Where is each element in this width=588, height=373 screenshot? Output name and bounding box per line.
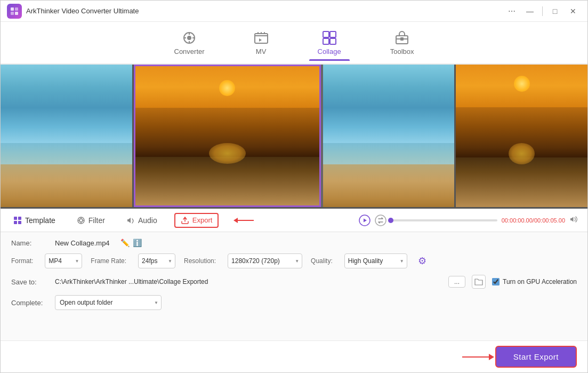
name-field-label: Name:: [11, 239, 49, 247]
complete-select[interactable]: Open output folder Do nothing Shut down …: [55, 295, 162, 310]
saveto-path: C:\ArkThinker\ArkThinker ...Ultimate\Col…: [55, 278, 442, 285]
open-folder-button[interactable]: [472, 275, 486, 289]
nav-label-collage: Collage: [318, 47, 341, 55]
browse-button[interactable]: ...: [448, 276, 465, 288]
resolution-select[interactable]: 1280x720 (720p) 1920x1080 (1080p) 3840x2…: [228, 253, 302, 268]
resolution-label: Resolution:: [184, 257, 216, 265]
nav-bar: Converter MV Collage: [1, 22, 587, 65]
loop-button[interactable]: [375, 215, 386, 226]
svg-rect-12: [330, 31, 336, 37]
gpu-acceleration-label: Turn on GPU Acceleration: [492, 278, 577, 285]
svg-rect-0: [11, 7, 14, 11]
saveto-row: Save to: C:\ArkThinker\ArkThinker ...Ult…: [11, 275, 577, 289]
nav-item-converter[interactable]: Converter: [166, 26, 213, 60]
svg-point-23: [79, 219, 83, 222]
close-button[interactable]: ✕: [565, 5, 581, 18]
nav-item-mv[interactable]: MV: [245, 26, 277, 60]
format-row: Format: MP4 AVI MOV MKV Frame Rate: 24fp…: [11, 253, 577, 268]
gpu-label-text: Turn on GPU Acceleration: [503, 278, 577, 285]
name-row: Name: New Collage.mp4 ✏️ ℹ️: [11, 239, 577, 247]
title-controls: ⋯ — □ ✕: [504, 5, 581, 18]
svg-point-5: [187, 36, 191, 40]
svg-point-29: [375, 215, 386, 226]
preview-panel-1[interactable]: ⊞: [1, 65, 134, 207]
svg-rect-10: [255, 34, 268, 43]
framerate-label: Frame Rate:: [91, 257, 126, 265]
nav-item-toolbox[interactable]: Toolbox: [382, 26, 423, 60]
nav-label-toolbox: Toolbox: [390, 47, 414, 55]
name-field-value: New Collage.mp4: [55, 239, 110, 247]
nav-label-converter: Converter: [174, 47, 205, 55]
framerate-select-wrap: 24fps 30fps 60fps: [138, 253, 175, 268]
filter-label: Filter: [88, 216, 105, 225]
volume-icon[interactable]: [569, 215, 579, 226]
app-title: ArkThinker Video Converter Ultimate: [26, 7, 504, 15]
saveto-label: Save to:: [11, 278, 49, 286]
audio-label: Audio: [138, 216, 157, 225]
svg-rect-11: [323, 31, 329, 37]
svg-rect-20: [14, 221, 17, 224]
progress-bar[interactable]: [391, 219, 497, 221]
export-tab[interactable]: Export: [174, 213, 219, 228]
playback-controls: 00:00:00.00/00:00:05.00: [359, 215, 579, 226]
start-export-button[interactable]: Start Export: [495, 346, 577, 368]
svg-rect-17: [400, 37, 404, 41]
svg-rect-19: [18, 217, 21, 220]
quality-select[interactable]: High Quality Standard Quality Low Qualit…: [344, 253, 407, 268]
app-window: ArkThinker Video Converter Ultimate ⋯ — …: [0, 0, 588, 373]
nav-item-collage[interactable]: Collage: [309, 26, 350, 60]
filter-tab[interactable]: Filter: [73, 214, 109, 227]
preview-panel-4[interactable]: [456, 65, 587, 207]
complete-label: Complete:: [11, 299, 49, 307]
start-export-arrow: [462, 354, 494, 360]
svg-rect-3: [15, 12, 18, 15]
title-bar: ArkThinker Video Converter Ultimate ⋯ — …: [1, 1, 587, 22]
complete-row: Complete: Open output folder Do nothing …: [11, 295, 577, 310]
audio-tab[interactable]: Audio: [122, 214, 162, 227]
complete-select-wrap: Open output folder Do nothing Shut down …: [55, 295, 162, 310]
quality-settings-icon[interactable]: ⚙: [418, 255, 426, 267]
play-button[interactable]: [359, 215, 370, 226]
resolution-select-wrap: 1280x720 (720p) 1920x1080 (1080p) 3840x2…: [228, 253, 302, 268]
edit-name-icon[interactable]: ✏️: [120, 239, 130, 247]
export-arrow-indicator: [233, 218, 254, 223]
svg-rect-21: [18, 221, 21, 224]
template-tab[interactable]: Template: [9, 214, 60, 227]
settings-area: Name: New Collage.mp4 ✏️ ℹ️ Format: MP4 …: [1, 232, 587, 340]
format-select-wrap: MP4 AVI MOV MKV: [45, 253, 82, 268]
time-display: 00:00:00.00/00:00:05.00: [502, 217, 565, 224]
svg-rect-14: [330, 38, 336, 44]
preview-panel-2[interactable]: ⊞: [134, 65, 321, 207]
framerate-select[interactable]: 24fps 30fps 60fps: [138, 253, 175, 268]
gpu-acceleration-checkbox[interactable]: [492, 278, 500, 285]
svg-rect-2: [11, 12, 14, 15]
collage-preview: ⊞ ⊞: [1, 65, 587, 209]
svg-rect-18: [14, 217, 17, 220]
export-label: Export: [192, 216, 213, 224]
preview-panel-3[interactable]: [323, 65, 456, 207]
quality-label: Quality:: [311, 257, 333, 265]
nav-label-mv: MV: [256, 47, 267, 55]
menu-button[interactable]: ⋯: [504, 5, 520, 18]
info-icon[interactable]: ℹ️: [133, 239, 142, 247]
svg-rect-1: [15, 7, 18, 11]
format-label: Format:: [11, 257, 33, 265]
minimize-button[interactable]: —: [522, 5, 538, 18]
footer: Start Export: [1, 340, 587, 372]
maximize-button[interactable]: □: [547, 5, 563, 18]
bottom-toolbar: Template Filter Audio: [1, 209, 587, 232]
app-icon: [7, 4, 22, 19]
svg-rect-13: [323, 38, 329, 44]
format-select[interactable]: MP4 AVI MOV MKV: [45, 253, 82, 268]
quality-select-wrap: High Quality Standard Quality Low Qualit…: [344, 253, 407, 268]
template-label: Template: [25, 216, 55, 225]
